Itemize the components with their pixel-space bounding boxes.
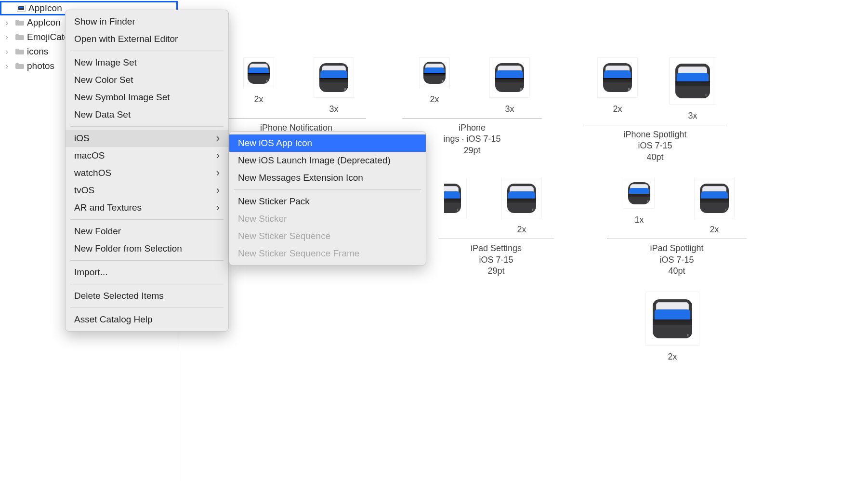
caption-line: 40pt [650,266,703,277]
icon-slot[interactable]: F 2x [688,178,741,235]
menu-item-label: tvOS [74,185,94,196]
menu-ios[interactable]: iOS [66,130,228,147]
chevron-right-icon[interactable]: › [6,62,13,70]
chevron-right-icon[interactable]: › [6,19,13,27]
icon-slot[interactable]: F 2x [408,58,461,114]
wallet-icon: F [700,184,729,213]
icon-slot[interactable]: F [444,178,473,235]
menu-item-label: New Folder from Selection [74,243,182,254]
icon-slot[interactable]: F 3x [307,58,360,114]
icon-tile[interactable]: F [314,58,354,97]
menu-asset-catalog-help[interactable]: Asset Catalog Help [66,311,228,328]
scale-label: 2x [254,94,263,105]
icon-slot[interactable]: F 2x [591,58,644,121]
icon-slot[interactable]: F 3x [666,58,719,121]
folder-icon [14,48,25,55]
menu-item-label: New Image Set [74,57,137,68]
icon-tile[interactable]: F [420,58,449,88]
submenu-new-sticker-sequence-frame: New Sticker Sequence Frame [229,245,426,262]
menu-item-label: watchOS [74,168,111,178]
menu-new-folder[interactable]: New Folder [66,223,228,240]
menu-item-label: New Sticker [238,214,287,224]
chevron-right-icon[interactable]: › [6,33,13,41]
icon-slot[interactable]: F 2x [495,178,548,235]
menu-item-label: iOS [74,133,90,144]
menu-item-label: Delete Selected Items [74,291,164,301]
menu-new-image-set[interactable]: New Image Set [66,54,228,71]
menu-separator [234,189,421,190]
menu-tvos[interactable]: tvOS [66,182,228,199]
menu-item-label: New Folder [74,226,121,237]
menu-new-folder-from-selection[interactable]: New Folder from Selection [66,240,228,257]
menu-new-data-set[interactable]: New Data Set [66,106,228,123]
wallet-icon: F [423,62,446,84]
menu-macos[interactable]: macOS [66,147,228,164]
menu-item-label: New Messages Extension Icon [238,173,363,183]
menu-delete-selected[interactable]: Delete Selected Items [66,287,228,305]
menu-item-label: New Sticker Pack [238,196,310,207]
icon-tile[interactable]: F [598,58,637,97]
menu-separator [70,219,224,220]
group-bottom-single: F 2x [640,292,705,366]
icon-slot[interactable]: F 2x [646,292,699,362]
scale-label: 2x [517,225,526,235]
scale-label: 2x [668,352,677,362]
icon-tile[interactable]: F [646,292,699,345]
caption-line: iPhone [443,122,500,134]
icon-tile[interactable]: F [444,178,466,218]
chevron-right-icon[interactable]: › [6,48,13,55]
icon-tile[interactable]: F [670,58,716,104]
context-menu[interactable]: Show in Finder Open with External Editor… [65,10,229,332]
wallet-icon: F [628,182,650,204]
wallet-icon: F [653,299,692,338]
menu-separator [70,284,224,284]
group-caption: iPhone Spotlight iOS 7-15 40pt [623,129,686,163]
folder-icon [14,19,25,26]
scale-label: 2x [613,104,622,114]
submenu-new-sticker: New Sticker [229,210,426,227]
menu-item-label: New Sticker Sequence Frame [238,248,359,259]
menu-separator [70,126,224,127]
scale-label: 1x [634,215,644,225]
menu-ar-textures[interactable]: AR and Textures [66,199,228,216]
icon-tile[interactable]: F [490,58,529,97]
wallet-icon: F [675,64,710,98]
menu-watchos[interactable]: watchOS [66,164,228,182]
group-caption: iPhone ings · iOS 7-15 29pt [443,122,500,156]
icon-tile[interactable]: F [695,178,734,218]
menu-show-in-finder[interactable]: Show in Finder [66,13,228,30]
icon-tile[interactable]: F [502,178,541,218]
group-caption: iPad Settings iOS 7-15 29pt [471,243,522,277]
menu-import[interactable]: Import... [66,264,228,281]
menu-new-color-set[interactable]: New Color Set [66,71,228,89]
icon-slot[interactable]: F 2x [232,58,285,114]
submenu-new-ios-launch-image[interactable]: New iOS Launch Image (Deprecated) [229,152,426,169]
menu-item-label: New Sticker Sequence [238,231,330,241]
submenu-new-ios-app-icon[interactable]: New iOS App Icon [229,134,426,152]
icon-tile[interactable]: F [624,178,654,208]
menu-new-symbol-image-set[interactable]: New Symbol Image Set [66,89,228,106]
caption-line: iOS 7-15 [650,254,703,266]
submenu-new-sticker-pack[interactable]: New Sticker Pack [229,193,426,210]
caption-line: iPad Settings [471,243,522,254]
menu-item-label: New Color Set [74,75,133,85]
icon-slot[interactable]: F 1x [613,178,666,235]
wallet-icon: F [444,184,461,213]
icon-slot[interactable]: F 3x [483,58,536,114]
menu-item-label: Import... [74,267,108,278]
caption-line: iPad Spotlight [650,243,703,254]
menu-item-label: Show in Finder [74,16,135,27]
caption-line: ings · iOS 7-15 [443,134,500,145]
submenu-new-messages-extension-icon[interactable]: New Messages Extension Icon [229,169,426,187]
menu-item-label: Asset Catalog Help [74,314,153,325]
menu-separator [70,307,224,308]
group-ipad-spotlight: F 1x F 2x iPad Spotlight iOS 7-15 40pt [607,178,747,277]
sidebar-item-label: icons [27,46,48,57]
wallet-icon: F [603,63,632,93]
menu-item-label: AR and Textures [74,202,142,213]
icon-tile[interactable]: F [244,58,274,88]
menu-open-external[interactable]: Open with External Editor [66,30,228,48]
submenu-ios[interactable]: New iOS App Icon New iOS Launch Image (D… [229,131,426,266]
scale-label: 2x [710,225,719,235]
scale-label: 3x [688,111,697,121]
